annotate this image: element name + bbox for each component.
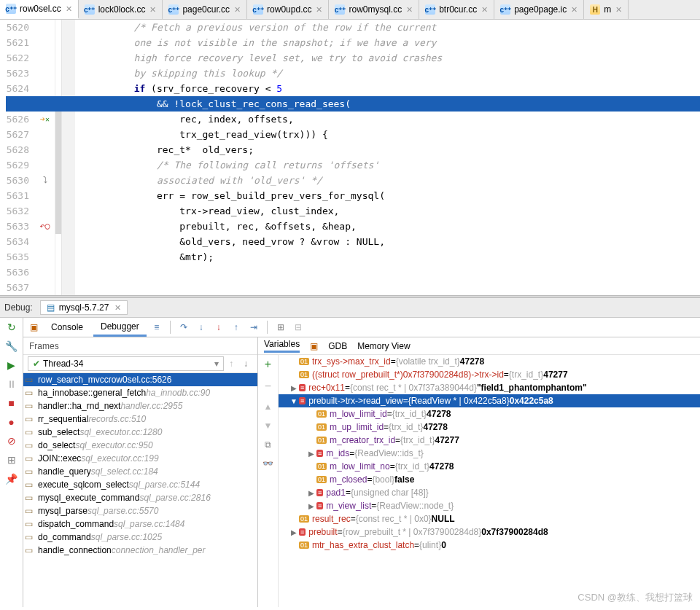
variable-node[interactable]: 01m_low_limit_id = {trx_id_t} 47278 <box>279 407 700 421</box>
variable-node[interactable]: 01m_closed = {bool} false <box>279 473 700 486</box>
variable-node[interactable]: 01((struct row_prebuilt_t*)0x7f37900284d… <box>279 368 700 381</box>
variable-node[interactable]: 01result_rec = {const rec_t * | 0x0} NUL… <box>279 512 700 525</box>
close-icon[interactable]: ✕ <box>316 5 322 15</box>
stop-button[interactable]: ■ <box>5 396 18 410</box>
variable-node[interactable]: ▶≡m_ids = {ReadView::ids_t} <box>279 447 700 460</box>
tab-label: lock0lock.cc <box>98 4 146 15</box>
close-icon[interactable]: ✕ <box>66 4 72 14</box>
rerun-button[interactable]: ↻ <box>5 321 18 334</box>
expand-icon[interactable]: ▶ <box>289 384 299 392</box>
editor-tab[interactable]: c⁺⁺row0upd.cc✕ <box>247 0 329 19</box>
more-icon[interactable]: ⊟ <box>291 322 306 332</box>
gdb-tab[interactable]: GDB <box>328 341 347 351</box>
step-over-button[interactable]: ↓ <box>194 322 209 332</box>
expand-icon[interactable]: ▶ <box>289 528 299 536</box>
variable-node[interactable]: ▶≡m_view_list = {ReadView::node_t} <box>279 499 700 512</box>
close-icon[interactable]: ✕ <box>406 5 413 15</box>
threads-icon[interactable]: ≡ <box>149 322 164 332</box>
variable-type: {const rec_t * | 0x0} <box>356 514 432 524</box>
variable-node[interactable]: 01m_up_limit_id = {trx_id_t} 47278 <box>279 421 700 434</box>
resume-button[interactable]: ▶ <box>5 359 18 372</box>
editor-tab[interactable]: c⁺⁺row0sel.cc✕ <box>0 0 79 19</box>
variable-node[interactable]: ▶≡rec+0x11 = {const rec_t * | 0x7f37a389… <box>279 381 700 394</box>
close-icon[interactable]: ✕ <box>615 5 622 15</box>
editor-tab[interactable]: c⁺⁺page0page.ic✕ <box>494 0 584 19</box>
remove-watch-button[interactable]: − <box>265 380 271 393</box>
stack-frame[interactable]: ▭execute_sqlcom_select sql_parse.cc:5144 <box>23 478 257 491</box>
debug-config-tab[interactable]: ▤ mysql-5.7.27 ✕ <box>40 300 128 315</box>
variable-node[interactable]: 01trx_sys->max_trx_id = {volatile trx_id… <box>279 355 700 368</box>
prev-frame-button[interactable]: ↑ <box>224 359 238 369</box>
show-execution-point-button[interactable]: ↷ <box>176 322 191 332</box>
step-into-button[interactable]: ↓ <box>211 322 226 332</box>
editor-tab[interactable]: c⁺⁺page0cur.cc✕ <box>163 0 247 19</box>
memory-view-tab[interactable]: Memory View <box>357 341 410 351</box>
variable-node[interactable]: 01m_creator_trx_id = {trx_id_t} 47277 <box>279 434 700 447</box>
stack-frame[interactable]: ▭row_search_mvcc row0sel.cc:5626 <box>23 373 257 386</box>
expand-icon[interactable]: ▶ <box>306 450 316 458</box>
variable-node[interactable]: ▶≡prebuilt = {row_prebuilt_t * | 0x7f379… <box>279 525 700 539</box>
stack-frame[interactable]: ▭do_select sql_executor.cc:950 <box>23 439 257 452</box>
console-icon[interactable]: ▣ <box>26 322 41 332</box>
up-button[interactable]: ▲ <box>264 402 273 412</box>
variable-node[interactable]: 01mtr_has_extra_clust_latch = {ulint} 0 <box>279 539 700 552</box>
frame-location: connection_handler_per <box>112 545 206 555</box>
settings-button[interactable]: 🔧 <box>5 340 18 353</box>
stack-frame[interactable]: ▭ha_innobase::general_fetch ha_innodb.cc… <box>23 386 257 399</box>
stack-frame[interactable]: ▭sub_select sql_executor.cc:1280 <box>23 426 257 439</box>
stack-frame[interactable]: ▭rr_sequential records.cc:510 <box>23 412 257 426</box>
view-breakpoints-button[interactable]: ● <box>5 415 18 429</box>
variable-name: rec+0x11 <box>308 383 345 393</box>
run-to-cursor-button[interactable]: ⇥ <box>246 322 261 332</box>
thread-selector[interactable]: ✔ Thread-34 ▾ <box>28 356 224 371</box>
stack-frame[interactable]: ▭mysql_execute_command sql_parse.cc:2816 <box>23 491 257 504</box>
pause-button[interactable]: ⏸ <box>5 378 18 391</box>
variable-value: 47278 <box>460 356 484 367</box>
editor-tab[interactable]: Hm✕ <box>584 0 629 19</box>
new-watch-button[interactable]: + <box>265 358 271 371</box>
pin-button[interactable]: 📌 <box>5 472 18 485</box>
layout-button[interactable]: ⊞ <box>5 453 18 466</box>
editor-tab[interactable]: c⁺⁺row0mysql.cc✕ <box>329 0 419 19</box>
stack-frame[interactable]: ▭handle_connection connection_handler_pe… <box>23 544 257 557</box>
close-icon[interactable]: ✕ <box>571 5 578 15</box>
view-button[interactable]: 👓 <box>262 458 273 469</box>
editor-tab[interactable]: c⁺⁺lock0lock.cc✕ <box>79 0 163 19</box>
editor-tab[interactable]: c⁺⁺btr0cur.cc✕ <box>419 0 494 19</box>
stack-frame[interactable]: ▭JOIN::exec sql_executor.cc:199 <box>23 452 257 465</box>
expand-icon[interactable]: ▶ <box>306 489 316 497</box>
debug-left-rail: ↻ 🔧 ▶ ⏸ ■ ● ⊘ ⊞ 📌 <box>0 318 23 607</box>
variable-node[interactable]: ▶≡pad1 = {unsigned char [48]} <box>279 486 700 499</box>
variable-type: {trx_id_t} <box>509 369 543 380</box>
variable-value: 47278 <box>423 422 447 432</box>
evaluate-button[interactable]: ⊞ <box>273 322 288 332</box>
variable-node[interactable]: 01m_low_limit_no = {trx_id_t} 47278 <box>279 460 700 473</box>
expand-icon[interactable]: ▶ <box>306 502 316 510</box>
variable-type: {volatile trx_id_t} <box>396 356 460 367</box>
stack-frame[interactable]: ▭dispatch_command sql_parse.cc:1484 <box>23 517 257 531</box>
variable-type: {bool} <box>372 474 394 485</box>
stack-frame[interactable]: ▭do_command sql_parse.cc:1025 <box>23 531 257 544</box>
stack-frame[interactable]: ▭mysql_parse sql_parse.cc:5570 <box>23 504 257 517</box>
next-frame-button[interactable]: ↓ <box>238 359 253 369</box>
variable-type: {trx_id_t} <box>400 435 435 445</box>
debug-toolbar: ▣ Console Debugger ≡ ↷ ↓ ↓ ↑ ⇥ ⊞ ⊟ <box>23 318 700 337</box>
close-icon[interactable]: ✕ <box>114 303 121 313</box>
close-icon[interactable]: ✕ <box>481 5 488 15</box>
console-tab[interactable]: Console <box>44 319 90 335</box>
step-out-button[interactable]: ↑ <box>229 322 244 332</box>
variable-node[interactable]: ▼≡prebuilt->trx->read_view = {ReadView *… <box>279 394 700 407</box>
down-button[interactable]: ▼ <box>264 421 273 431</box>
mute-breakpoints-button[interactable]: ⊘ <box>5 434 18 447</box>
variables-tab[interactable]: Variables <box>264 339 300 353</box>
stack-frame[interactable]: ▭handler::ha_rnd_next handler.cc:2955 <box>23 399 257 412</box>
variable-type: {const rec_t * | 0x7f37a389044d} <box>350 383 477 393</box>
stack-frame[interactable]: ▭handle_query sql_select.cc:184 <box>23 465 257 478</box>
close-icon[interactable]: ✕ <box>234 5 241 15</box>
expand-icon[interactable]: ▼ <box>289 397 299 405</box>
close-icon[interactable]: ✕ <box>149 5 156 15</box>
debugger-tab[interactable]: Debugger <box>93 318 147 337</box>
frame-icon: ▭ <box>25 493 36 503</box>
copy-button[interactable]: ⧉ <box>265 439 271 450</box>
code-area[interactable]: /* Fetch a previous version of the row i… <box>75 20 700 295</box>
